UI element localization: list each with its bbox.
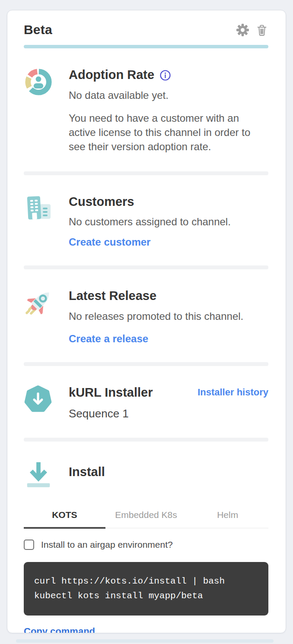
install-section: Install bbox=[24, 460, 268, 491]
adoption-rate-title: Adoption Rate bbox=[69, 67, 268, 82]
section-divider bbox=[24, 438, 268, 442]
install-command-block: curl https://kots.io/install | bashkubec… bbox=[24, 562, 268, 616]
kurl-installer-icon bbox=[24, 385, 54, 420]
customers-status: No customers assigned to channel. bbox=[69, 215, 268, 229]
customers-section: Customers No customers assigned to chann… bbox=[24, 194, 268, 248]
install-download-icon bbox=[24, 460, 54, 491]
command-line-2: kubectl kots install myapp/beta bbox=[34, 589, 258, 603]
customers-title: Customers bbox=[69, 194, 268, 209]
install-tabs: KOTS Embedded K8s Helm bbox=[24, 505, 268, 528]
adoption-rate-status: No data available yet. bbox=[69, 88, 268, 102]
airgap-label: Install to an airgap environment? bbox=[41, 540, 173, 550]
adoption-rate-description: You need to have a customer with an acti… bbox=[69, 111, 268, 154]
create-customer-link[interactable]: Create customer bbox=[69, 236, 150, 248]
kurl-installer-title: kURL Installer bbox=[69, 385, 153, 400]
channel-card-header: Beta bbox=[24, 22, 268, 37]
channel-accent-line bbox=[24, 45, 268, 48]
installer-history-link[interactable]: Installer history bbox=[197, 387, 268, 398]
airgap-checkbox[interactable] bbox=[24, 540, 34, 550]
latest-release-title: Latest Release bbox=[69, 288, 268, 303]
adoption-rate-icon bbox=[24, 67, 54, 154]
customers-icon bbox=[24, 194, 54, 248]
gear-icon[interactable] bbox=[236, 23, 249, 37]
channel-title: Beta bbox=[24, 22, 52, 37]
tab-kots[interactable]: KOTS bbox=[24, 505, 105, 528]
installer-sequence: Sequence 1 bbox=[69, 407, 268, 420]
adoption-rate-section: Adoption Rate No data available yet. You… bbox=[24, 67, 268, 154]
section-divider bbox=[24, 362, 268, 366]
command-line-1: curl https://kots.io/install | bash bbox=[34, 574, 258, 589]
section-divider bbox=[24, 171, 268, 175]
tab-embedded-k8s-label: Embedded K8s bbox=[115, 510, 177, 520]
channel-card: Beta bbox=[7, 10, 286, 633]
adoption-rate-title-text: Adoption Rate bbox=[69, 67, 154, 82]
create-release-link[interactable]: Create a release bbox=[69, 333, 148, 345]
install-title: Install bbox=[69, 464, 268, 480]
latest-release-section: Latest Release No releases promoted to t… bbox=[24, 288, 268, 345]
section-divider bbox=[24, 265, 268, 269]
info-icon[interactable] bbox=[159, 69, 171, 81]
next-card-accent-line bbox=[16, 639, 274, 643]
trash-icon[interactable] bbox=[255, 23, 268, 37]
tab-kots-label: KOTS bbox=[52, 510, 77, 520]
rocket-icon bbox=[24, 288, 54, 345]
channel-actions bbox=[236, 23, 268, 37]
tab-helm-label: Helm bbox=[217, 510, 238, 520]
kurl-installer-section: kURL Installer Installer history Sequenc… bbox=[24, 385, 268, 420]
tab-embedded-k8s[interactable]: Embedded K8s bbox=[105, 505, 187, 528]
latest-release-status: No releases promoted to this channel. bbox=[69, 309, 268, 323]
copy-command-link[interactable]: Copy command bbox=[24, 626, 95, 633]
tab-helm[interactable]: Helm bbox=[187, 505, 268, 528]
page: Beta bbox=[0, 0, 293, 644]
airgap-option[interactable]: Install to an airgap environment? bbox=[24, 540, 268, 550]
